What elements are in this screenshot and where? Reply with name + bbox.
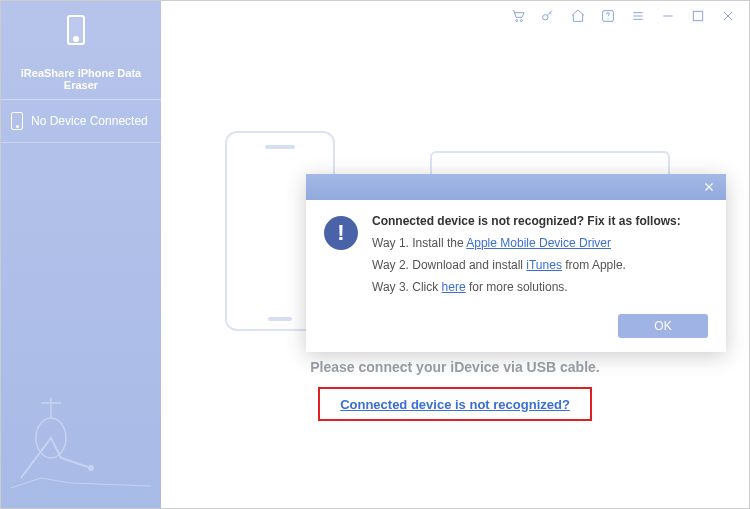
svg-point-3 [520, 20, 522, 22]
dialog-heading: Connected device is not recognized? Fix … [372, 214, 708, 228]
fix-dialog: ! Connected device is not recognized? Fi… [306, 174, 726, 352]
svg-point-4 [543, 15, 548, 20]
way1-link[interactable]: Apple Mobile Device Driver [466, 236, 611, 250]
menu-icon[interactable] [629, 7, 647, 25]
dialog-close-button[interactable] [700, 178, 718, 196]
instruction-area: Please connect your iDevice via USB cabl… [161, 359, 749, 421]
highlighted-link-box: Connected device is not recognized? [318, 387, 592, 421]
minimize-icon[interactable] [659, 7, 677, 25]
ok-button[interactable]: OK [618, 314, 708, 338]
cart-icon[interactable] [509, 7, 527, 25]
maximize-icon[interactable] [689, 7, 707, 25]
dialog-body: ! Connected device is not recognized? Fi… [306, 200, 726, 314]
svg-point-2 [516, 20, 518, 22]
way2-suffix: from Apple. [562, 258, 626, 272]
phone-icon [11, 112, 23, 130]
way-3: Way 3. Click here for more solutions. [372, 280, 708, 294]
dialog-titlebar [306, 174, 726, 200]
key-icon[interactable] [539, 7, 557, 25]
way1-prefix: Way 1. Install the [372, 236, 466, 250]
way2-prefix: Way 2. Download and install [372, 258, 526, 272]
close-icon[interactable] [719, 7, 737, 25]
brand-title: iReaShare iPhone Data Eraser [1, 63, 161, 100]
way3-prefix: Way 3. Click [372, 280, 442, 294]
device-status[interactable]: No Device Connected [1, 100, 161, 143]
info-icon: ! [324, 216, 358, 250]
sidebar: iReaShare iPhone Data Eraser No Device C… [1, 1, 161, 508]
app-logo [1, 1, 161, 63]
logo-icon [61, 11, 101, 51]
way-1: Way 1. Install the Apple Mobile Device D… [372, 236, 708, 250]
svg-rect-6 [693, 11, 702, 20]
way-2: Way 2. Download and install iTunes from … [372, 258, 708, 272]
home-icon[interactable] [569, 7, 587, 25]
connect-instruction: Please connect your iDevice via USB cabl… [161, 359, 749, 375]
svg-point-0 [88, 465, 94, 471]
dialog-footer: OK [306, 314, 726, 352]
way3-suffix: for more solutions. [466, 280, 568, 294]
way2-link[interactable]: iTunes [526, 258, 562, 272]
device-status-label: No Device Connected [31, 114, 148, 128]
way3-link[interactable]: here [442, 280, 466, 294]
window-toolbar [161, 1, 749, 31]
sidebar-decoration [1, 378, 161, 498]
help-icon[interactable] [599, 7, 617, 25]
not-recognized-link[interactable]: Connected device is not recognized? [340, 397, 570, 412]
